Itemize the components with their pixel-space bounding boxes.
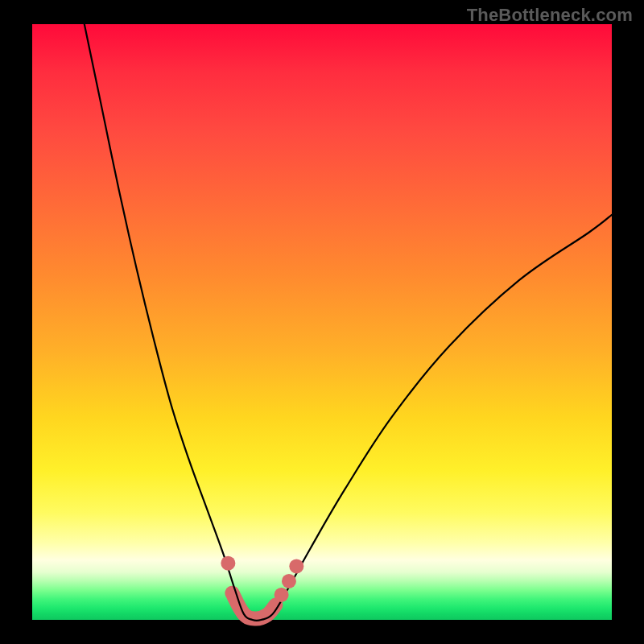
curve-marker-1 [275, 588, 289, 602]
watermark-text: TheBottleneck.com [467, 5, 633, 26]
plot-area [32, 24, 612, 620]
chart-frame: TheBottleneck.com [0, 0, 644, 644]
curve-marker-2 [282, 574, 296, 588]
curve-marker-0 [221, 556, 235, 571]
curve-marker-3 [289, 559, 303, 573]
trough-highlight [232, 593, 275, 619]
bottleneck-curve-path [85, 24, 612, 621]
chart-svg [32, 24, 612, 620]
bottleneck-curve [85, 24, 612, 621]
trough-highlight-path [232, 593, 275, 619]
